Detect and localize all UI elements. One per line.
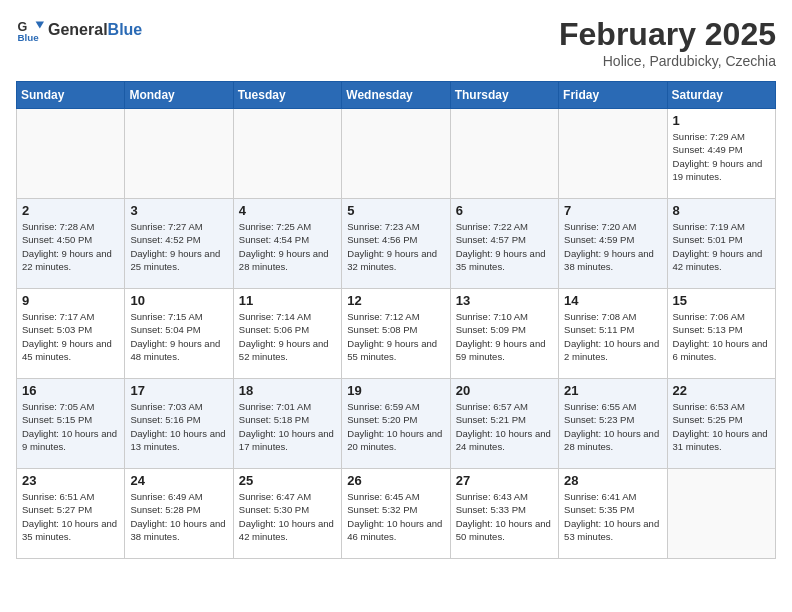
calendar-cell — [450, 109, 558, 199]
location-subtitle: Holice, Pardubicky, Czechia — [559, 53, 776, 69]
day-info: Sunrise: 6:57 AM Sunset: 5:21 PM Dayligh… — [456, 400, 553, 453]
calendar-row-5: 23Sunrise: 6:51 AM Sunset: 5:27 PM Dayli… — [17, 469, 776, 559]
logo-icon: G Blue — [16, 16, 44, 44]
col-header-thursday: Thursday — [450, 82, 558, 109]
page-header: G Blue GeneralBlue February 2025 Holice,… — [16, 16, 776, 69]
calendar-cell: 23Sunrise: 6:51 AM Sunset: 5:27 PM Dayli… — [17, 469, 125, 559]
calendar-cell: 7Sunrise: 7:20 AM Sunset: 4:59 PM Daylig… — [559, 199, 667, 289]
day-number: 18 — [239, 383, 336, 398]
calendar-row-3: 9Sunrise: 7:17 AM Sunset: 5:03 PM Daylig… — [17, 289, 776, 379]
calendar-cell: 12Sunrise: 7:12 AM Sunset: 5:08 PM Dayli… — [342, 289, 450, 379]
day-number: 15 — [673, 293, 770, 308]
day-number: 16 — [22, 383, 119, 398]
day-number: 12 — [347, 293, 444, 308]
col-header-friday: Friday — [559, 82, 667, 109]
calendar-cell: 14Sunrise: 7:08 AM Sunset: 5:11 PM Dayli… — [559, 289, 667, 379]
calendar-cell: 22Sunrise: 6:53 AM Sunset: 5:25 PM Dayli… — [667, 379, 775, 469]
day-info: Sunrise: 6:43 AM Sunset: 5:33 PM Dayligh… — [456, 490, 553, 543]
day-number: 8 — [673, 203, 770, 218]
day-info: Sunrise: 7:01 AM Sunset: 5:18 PM Dayligh… — [239, 400, 336, 453]
calendar-cell: 28Sunrise: 6:41 AM Sunset: 5:35 PM Dayli… — [559, 469, 667, 559]
day-number: 27 — [456, 473, 553, 488]
calendar-cell: 25Sunrise: 6:47 AM Sunset: 5:30 PM Dayli… — [233, 469, 341, 559]
day-info: Sunrise: 7:29 AM Sunset: 4:49 PM Dayligh… — [673, 130, 770, 183]
day-info: Sunrise: 6:53 AM Sunset: 5:25 PM Dayligh… — [673, 400, 770, 453]
day-info: Sunrise: 6:59 AM Sunset: 5:20 PM Dayligh… — [347, 400, 444, 453]
col-header-wednesday: Wednesday — [342, 82, 450, 109]
day-info: Sunrise: 6:41 AM Sunset: 5:35 PM Dayligh… — [564, 490, 661, 543]
calendar-cell: 8Sunrise: 7:19 AM Sunset: 5:01 PM Daylig… — [667, 199, 775, 289]
day-info: Sunrise: 6:45 AM Sunset: 5:32 PM Dayligh… — [347, 490, 444, 543]
day-number: 14 — [564, 293, 661, 308]
day-number: 9 — [22, 293, 119, 308]
calendar-cell: 24Sunrise: 6:49 AM Sunset: 5:28 PM Dayli… — [125, 469, 233, 559]
calendar-cell: 13Sunrise: 7:10 AM Sunset: 5:09 PM Dayli… — [450, 289, 558, 379]
day-info: Sunrise: 6:51 AM Sunset: 5:27 PM Dayligh… — [22, 490, 119, 543]
calendar-cell: 5Sunrise: 7:23 AM Sunset: 4:56 PM Daylig… — [342, 199, 450, 289]
calendar-cell: 27Sunrise: 6:43 AM Sunset: 5:33 PM Dayli… — [450, 469, 558, 559]
calendar-row-4: 16Sunrise: 7:05 AM Sunset: 5:15 PM Dayli… — [17, 379, 776, 469]
calendar-row-1: 1Sunrise: 7:29 AM Sunset: 4:49 PM Daylig… — [17, 109, 776, 199]
day-info: Sunrise: 7:19 AM Sunset: 5:01 PM Dayligh… — [673, 220, 770, 273]
day-number: 6 — [456, 203, 553, 218]
calendar-cell — [233, 109, 341, 199]
day-number: 4 — [239, 203, 336, 218]
day-info: Sunrise: 7:25 AM Sunset: 4:54 PM Dayligh… — [239, 220, 336, 273]
col-header-sunday: Sunday — [17, 82, 125, 109]
calendar-cell — [125, 109, 233, 199]
calendar-cell: 15Sunrise: 7:06 AM Sunset: 5:13 PM Dayli… — [667, 289, 775, 379]
day-info: Sunrise: 7:03 AM Sunset: 5:16 PM Dayligh… — [130, 400, 227, 453]
day-info: Sunrise: 7:05 AM Sunset: 5:15 PM Dayligh… — [22, 400, 119, 453]
day-info: Sunrise: 7:22 AM Sunset: 4:57 PM Dayligh… — [456, 220, 553, 273]
calendar-cell: 17Sunrise: 7:03 AM Sunset: 5:16 PM Dayli… — [125, 379, 233, 469]
calendar-header-row: SundayMondayTuesdayWednesdayThursdayFrid… — [17, 82, 776, 109]
day-number: 10 — [130, 293, 227, 308]
day-number: 2 — [22, 203, 119, 218]
col-header-saturday: Saturday — [667, 82, 775, 109]
calendar-cell: 1Sunrise: 7:29 AM Sunset: 4:49 PM Daylig… — [667, 109, 775, 199]
logo-general-text: General — [48, 21, 108, 38]
calendar-cell: 16Sunrise: 7:05 AM Sunset: 5:15 PM Dayli… — [17, 379, 125, 469]
day-number: 23 — [22, 473, 119, 488]
calendar-cell — [667, 469, 775, 559]
svg-text:Blue: Blue — [17, 32, 39, 43]
day-number: 20 — [456, 383, 553, 398]
day-info: Sunrise: 7:28 AM Sunset: 4:50 PM Dayligh… — [22, 220, 119, 273]
day-info: Sunrise: 7:08 AM Sunset: 5:11 PM Dayligh… — [564, 310, 661, 363]
calendar-cell: 10Sunrise: 7:15 AM Sunset: 5:04 PM Dayli… — [125, 289, 233, 379]
calendar-cell: 6Sunrise: 7:22 AM Sunset: 4:57 PM Daylig… — [450, 199, 558, 289]
calendar-cell — [17, 109, 125, 199]
day-info: Sunrise: 7:10 AM Sunset: 5:09 PM Dayligh… — [456, 310, 553, 363]
day-number: 13 — [456, 293, 553, 308]
day-info: Sunrise: 7:06 AM Sunset: 5:13 PM Dayligh… — [673, 310, 770, 363]
calendar-cell: 2Sunrise: 7:28 AM Sunset: 4:50 PM Daylig… — [17, 199, 125, 289]
calendar-cell: 9Sunrise: 7:17 AM Sunset: 5:03 PM Daylig… — [17, 289, 125, 379]
col-header-tuesday: Tuesday — [233, 82, 341, 109]
day-info: Sunrise: 7:14 AM Sunset: 5:06 PM Dayligh… — [239, 310, 336, 363]
calendar-cell: 20Sunrise: 6:57 AM Sunset: 5:21 PM Dayli… — [450, 379, 558, 469]
day-number: 24 — [130, 473, 227, 488]
svg-marker-1 — [36, 22, 44, 29]
logo-blue-text: Blue — [108, 21, 143, 38]
day-number: 26 — [347, 473, 444, 488]
calendar-cell: 18Sunrise: 7:01 AM Sunset: 5:18 PM Dayli… — [233, 379, 341, 469]
day-info: Sunrise: 7:27 AM Sunset: 4:52 PM Dayligh… — [130, 220, 227, 273]
day-info: Sunrise: 7:23 AM Sunset: 4:56 PM Dayligh… — [347, 220, 444, 273]
day-number: 3 — [130, 203, 227, 218]
day-number: 1 — [673, 113, 770, 128]
day-info: Sunrise: 6:47 AM Sunset: 5:30 PM Dayligh… — [239, 490, 336, 543]
calendar-cell: 26Sunrise: 6:45 AM Sunset: 5:32 PM Dayli… — [342, 469, 450, 559]
calendar-cell: 21Sunrise: 6:55 AM Sunset: 5:23 PM Dayli… — [559, 379, 667, 469]
day-number: 25 — [239, 473, 336, 488]
title-area: February 2025 Holice, Pardubicky, Czechi… — [559, 16, 776, 69]
logo: G Blue GeneralBlue — [16, 16, 142, 44]
month-year-title: February 2025 — [559, 16, 776, 53]
calendar-cell: 11Sunrise: 7:14 AM Sunset: 5:06 PM Dayli… — [233, 289, 341, 379]
day-info: Sunrise: 7:20 AM Sunset: 4:59 PM Dayligh… — [564, 220, 661, 273]
day-number: 7 — [564, 203, 661, 218]
calendar-cell — [559, 109, 667, 199]
day-number: 11 — [239, 293, 336, 308]
day-number: 17 — [130, 383, 227, 398]
day-number: 28 — [564, 473, 661, 488]
day-number: 22 — [673, 383, 770, 398]
